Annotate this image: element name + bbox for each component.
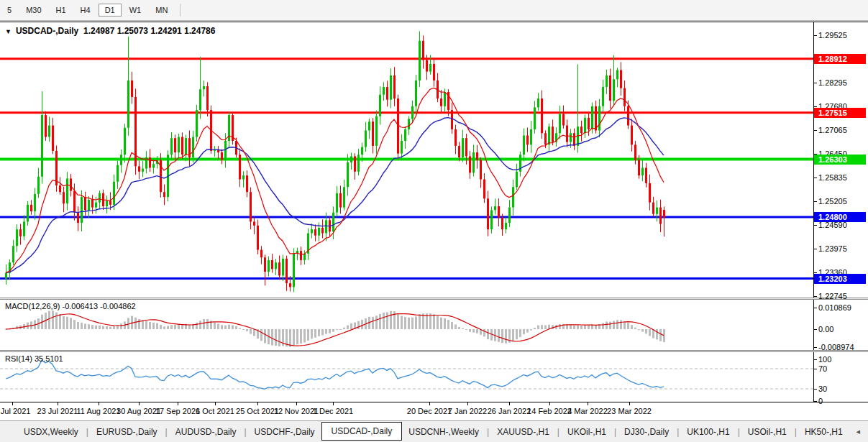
candle-body bbox=[178, 137, 180, 152]
price-level-tag: 1.28912 bbox=[814, 54, 866, 64]
timeframe-button-h4[interactable]: H4 bbox=[74, 4, 97, 17]
tab-usdcad-daily[interactable]: USDCAD-,Daily bbox=[321, 422, 403, 441]
candle-body bbox=[77, 213, 79, 223]
candle-body bbox=[350, 156, 352, 162]
candle-body bbox=[526, 135, 529, 144]
candle-body bbox=[23, 221, 25, 236]
tab-audusd-daily[interactable]: AUDUSD-,Daily bbox=[169, 424, 243, 440]
macd-label: MACD(12,26,9) -0.006413 -0.004862 bbox=[5, 302, 136, 310]
macd-bar bbox=[580, 326, 583, 329]
candle-body bbox=[354, 156, 356, 171]
timeframe-button-h1[interactable]: H1 bbox=[50, 4, 73, 17]
candle-body bbox=[365, 131, 367, 147]
candle-body bbox=[321, 228, 324, 233]
price-tick-mark bbox=[813, 272, 817, 273]
macd-bar bbox=[91, 325, 93, 329]
macd-bar bbox=[613, 321, 615, 329]
candle-body bbox=[264, 257, 266, 272]
timeframe-button-d1[interactable]: D1 bbox=[99, 4, 122, 17]
macd-bar bbox=[120, 323, 122, 329]
tab-separator: | bbox=[793, 427, 798, 437]
candle-body bbox=[149, 157, 151, 167]
candle-body bbox=[483, 180, 485, 199]
candle-body bbox=[88, 200, 90, 210]
symbol-dropdown-icon[interactable]: ▼ bbox=[5, 28, 12, 35]
candle-body bbox=[494, 206, 496, 210]
timeframe-button-w1[interactable]: W1 bbox=[123, 4, 148, 17]
candle-body bbox=[34, 194, 36, 211]
candle-body bbox=[649, 183, 651, 203]
macd-bar bbox=[519, 329, 521, 337]
candle-body bbox=[311, 229, 313, 233]
timeframe-button-m30[interactable]: M30 bbox=[19, 4, 47, 17]
candle-body bbox=[645, 167, 647, 183]
date-tick-mark bbox=[467, 402, 468, 405]
chart-ohlc-values: 1.24987 1.25073 1.24291 1.24786 bbox=[83, 26, 216, 36]
price-tick-label: 1.29525 bbox=[818, 31, 847, 40]
candle-body bbox=[181, 137, 183, 155]
price-tick-label: 1.22745 bbox=[818, 292, 847, 300]
tab-usdchf-daily[interactable]: USDCHF-,Daily bbox=[248, 424, 321, 440]
macd-bar bbox=[66, 317, 68, 329]
macd-bar bbox=[242, 329, 245, 330]
macd-bar bbox=[390, 311, 392, 329]
date-tick-mark bbox=[333, 402, 334, 405]
candle-body bbox=[314, 229, 316, 236]
date-tick-label: 25 Oct 2021 bbox=[236, 407, 279, 415]
candle-body bbox=[472, 152, 475, 172]
candle-body bbox=[598, 106, 600, 131]
candle-body bbox=[357, 155, 360, 172]
macd-bar bbox=[221, 325, 223, 329]
macd-bar bbox=[526, 329, 529, 333]
macd-bar bbox=[70, 318, 72, 329]
tab-uk100-h1[interactable]: UK100-,H1 bbox=[680, 424, 736, 440]
candle-body bbox=[397, 98, 399, 154]
macd-bar bbox=[584, 325, 586, 329]
price-level-tag: 1.26303 bbox=[814, 155, 866, 165]
macd-bar bbox=[649, 329, 651, 336]
candle-body bbox=[404, 129, 406, 141]
candle-body bbox=[595, 106, 597, 131]
tab-scroll-arrows[interactable]: ◂ ▸ bbox=[856, 427, 868, 436]
macd-bar bbox=[329, 329, 331, 333]
candle-body bbox=[411, 106, 414, 119]
candle-body bbox=[663, 210, 665, 218]
rsi-line bbox=[6, 360, 664, 389]
candle-body bbox=[548, 126, 550, 144]
macd-bar bbox=[350, 323, 352, 329]
candle-body bbox=[386, 87, 388, 100]
price-tick-mark bbox=[813, 201, 817, 202]
macd-histogram bbox=[5, 310, 665, 346]
macd-bar bbox=[419, 314, 421, 329]
macd-bar bbox=[307, 329, 309, 341]
rsi-panel-canvas[interactable] bbox=[0, 352, 813, 402]
macd-bar bbox=[336, 329, 338, 330]
candle-body bbox=[505, 223, 507, 229]
tab-hk50-h1[interactable]: HK50-,H1 bbox=[798, 424, 849, 440]
tab-separator: | bbox=[242, 427, 247, 437]
macd-bar bbox=[203, 319, 205, 329]
candle-body bbox=[196, 110, 198, 137]
tab-ukoil-h1[interactable]: UKOil-,H1 bbox=[561, 424, 613, 440]
ma-fast-line bbox=[6, 88, 664, 272]
macd-signal-line bbox=[6, 314, 664, 346]
tab-usdx-weekly[interactable]: USDX,Weekly bbox=[17, 424, 85, 440]
macd-bar bbox=[296, 329, 298, 344]
tab-usdcnh-weekly[interactable]: USDCNH-,Weekly bbox=[402, 424, 485, 440]
tab-usoil-h1[interactable]: USOil-,H1 bbox=[741, 424, 793, 440]
main-chart-canvas[interactable] bbox=[0, 22, 813, 298]
macd-bar bbox=[48, 311, 50, 329]
tab-dj30-daily[interactable]: DJ30-,Daily bbox=[618, 424, 675, 440]
tab-eurusd-daily[interactable]: EURUSD-,Daily bbox=[90, 424, 164, 440]
macd-bar bbox=[544, 326, 547, 329]
candle-body bbox=[84, 197, 86, 210]
candle-body bbox=[623, 88, 626, 106]
macd-bar bbox=[602, 323, 604, 329]
macd-bar bbox=[167, 326, 169, 329]
macd-bar bbox=[314, 329, 316, 338]
timeframe-button-mn[interactable]: MN bbox=[149, 4, 174, 17]
macd-bar bbox=[199, 321, 201, 329]
rsi-label: RSI(14) 35.5101 bbox=[5, 354, 63, 363]
tab-xauusd-h1[interactable]: XAUUSD-,H1 bbox=[490, 424, 556, 440]
timeframe-button-5[interactable]: 5 bbox=[1, 4, 18, 17]
